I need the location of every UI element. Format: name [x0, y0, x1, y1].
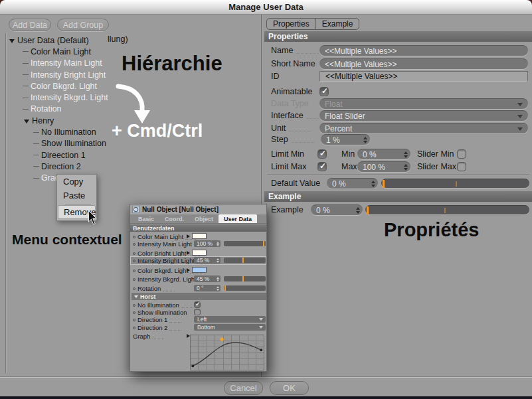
- example-stepper[interactable]: 0 %: [311, 204, 363, 215]
- tab-coord[interactable]: Coord.: [159, 214, 189, 223]
- value-slider[interactable]: [224, 276, 266, 281]
- chevron-down-icon: [259, 326, 263, 329]
- tab-properties[interactable]: Properties: [267, 19, 315, 29]
- annotation-context-menu: Menu contextuel: [12, 232, 122, 248]
- value-slider[interactable]: [224, 285, 266, 291]
- id-input[interactable]: <<Multiple Values>>: [319, 71, 528, 82]
- tree-connector: [23, 109, 29, 110]
- direction-1-row: Direction 1 Left: [130, 315, 266, 323]
- title-bar[interactable]: Manage User Data: [0, 0, 532, 15]
- slider-handle[interactable]: [263, 241, 264, 246]
- name-input[interactable]: <<Multiple Values>>: [319, 45, 528, 56]
- default-value-stepper[interactable]: 0 %: [327, 178, 378, 189]
- tree-frame-border: [5, 33, 6, 373]
- tree-item-label: Direction 2: [41, 162, 81, 171]
- tab-user-data[interactable]: User Data: [219, 214, 257, 223]
- stepper-arrows-icon[interactable]: [217, 286, 219, 291]
- limit-max-row: Limit Max Max 100 % Slider Max: [264, 161, 532, 173]
- expand-right-icon[interactable]: [187, 251, 190, 255]
- direction-2-dropdown[interactable]: Bottom: [194, 324, 266, 331]
- add-group-button[interactable]: Add Group: [57, 19, 109, 31]
- slider-max-checkbox[interactable]: [457, 162, 466, 171]
- chevron-down-icon: [517, 115, 523, 118]
- stepper-arrows-icon[interactable]: [363, 137, 367, 143]
- tree-item-direction-2[interactable]: Direction 2: [8, 161, 254, 172]
- tab-object[interactable]: Object: [189, 214, 219, 223]
- stepper-arrows-icon[interactable]: [356, 207, 360, 214]
- ok-button[interactable]: OK: [270, 381, 309, 395]
- id-label: ID: [271, 72, 280, 81]
- stepper-arrows-icon[interactable]: [217, 242, 219, 246]
- slider-handle[interactable]: [242, 258, 244, 263]
- window-title: Manage User Data: [228, 2, 304, 12]
- value-slider[interactable]: [224, 241, 266, 246]
- limit-max-checkbox[interactable]: [317, 162, 327, 171]
- anim-dot-icon: [133, 236, 135, 238]
- tree-item-label: Direection 1: [41, 151, 86, 160]
- no-illumination-checkbox[interactable]: [194, 301, 201, 308]
- animatable-checkbox[interactable]: [319, 87, 329, 96]
- dialog-footer: Cancel OK: [0, 376, 532, 396]
- show-illumination-checkbox[interactable]: [194, 309, 201, 315]
- stepper-arrows-icon[interactable]: [217, 258, 219, 263]
- limit-min-row: Limit Min Min 0 % Slider Min: [264, 149, 532, 160]
- value-stepper[interactable]: 45 %: [194, 257, 221, 264]
- slider-handle[interactable]: [383, 180, 385, 188]
- color-swatch[interactable]: [192, 267, 207, 273]
- direction-1-dropdown[interactable]: Left: [194, 316, 266, 323]
- data-type-dropdown[interactable]: Float: [319, 98, 528, 109]
- expand-triangle-icon[interactable]: [24, 120, 29, 123]
- expand-right-icon[interactable]: [187, 268, 190, 272]
- menu-item-copy[interactable]: Copy: [57, 175, 96, 189]
- stepper-arrows-icon[interactable]: [217, 277, 219, 281]
- max-stepper[interactable]: 100 %: [357, 161, 410, 172]
- tab-basic[interactable]: Basic: [133, 214, 159, 223]
- expand-triangle-icon[interactable]: [9, 39, 15, 43]
- tab-example[interactable]: Example: [315, 19, 359, 29]
- example-label: Example: [271, 205, 304, 214]
- tree-item-grad[interactable]: Grad: [8, 173, 254, 184]
- max-label: Max: [341, 162, 357, 171]
- color-swatch[interactable]: [192, 250, 207, 256]
- tree-item-label: Color Main Light: [31, 47, 91, 56]
- cancel-button[interactable]: Cancel: [224, 381, 263, 395]
- unit-dropdown[interactable]: Percent: [319, 123, 528, 133]
- graph-widget[interactable]: [190, 335, 264, 370]
- tree-item-direction-1[interactable]: Direection 1: [8, 149, 254, 161]
- expand-right-icon[interactable]: [187, 234, 190, 238]
- slider-handle[interactable]: [367, 206, 369, 214]
- tree-connector: [33, 132, 39, 133]
- color-swatch[interactable]: [192, 233, 207, 239]
- slider-handle[interactable]: [242, 276, 244, 281]
- interface-dropdown[interactable]: Float Slider: [319, 110, 528, 121]
- menu-separator: [65, 204, 91, 204]
- direction-2-row: Direction 2 Bottom: [130, 323, 266, 331]
- value-slider[interactable]: [224, 258, 266, 263]
- stepper-arrows-icon[interactable]: [404, 164, 408, 171]
- panel-tabs: Properties Example: [266, 18, 359, 30]
- stepper-arrows-icon[interactable]: [404, 151, 408, 158]
- default-value-slider[interactable]: [381, 179, 529, 188]
- tree-item-user-data-default[interactable]: User Data (Default): [8, 35, 254, 46]
- limit-min-checkbox[interactable]: [317, 149, 327, 159]
- slider-handle[interactable]: [224, 285, 226, 291]
- example-slider[interactable]: [365, 205, 529, 214]
- slider-min-checkbox[interactable]: [457, 149, 466, 159]
- tree-connector: [33, 155, 39, 155]
- name-label: Name: [271, 46, 319, 55]
- short-name-input[interactable]: <<Multiple Values>>: [319, 58, 528, 69]
- value-stepper[interactable]: 0 °: [194, 285, 221, 291]
- min-stepper[interactable]: 0 %: [357, 149, 410, 159]
- value-stepper[interactable]: 45 %: [194, 276, 221, 282]
- horst-section-header[interactable]: Horst: [132, 293, 266, 300]
- menu-item-paste[interactable]: Paste: [57, 189, 96, 202]
- value-stepper[interactable]: 100 %: [194, 240, 221, 247]
- stepper-arrows-icon[interactable]: [371, 181, 375, 187]
- add-data-button[interactable]: Add Data: [9, 19, 51, 31]
- min-label: Min: [341, 149, 355, 159]
- collapse-triangle-icon[interactable]: [134, 295, 138, 298]
- tree-item-label: Show Illumination: [41, 139, 106, 148]
- attribute-panel-title-bar[interactable]: Null Object [Null Object]: [130, 204, 266, 214]
- attribute-panel-title: Null Object [Null Object]: [142, 206, 219, 213]
- step-stepper[interactable]: 1 %: [321, 134, 370, 145]
